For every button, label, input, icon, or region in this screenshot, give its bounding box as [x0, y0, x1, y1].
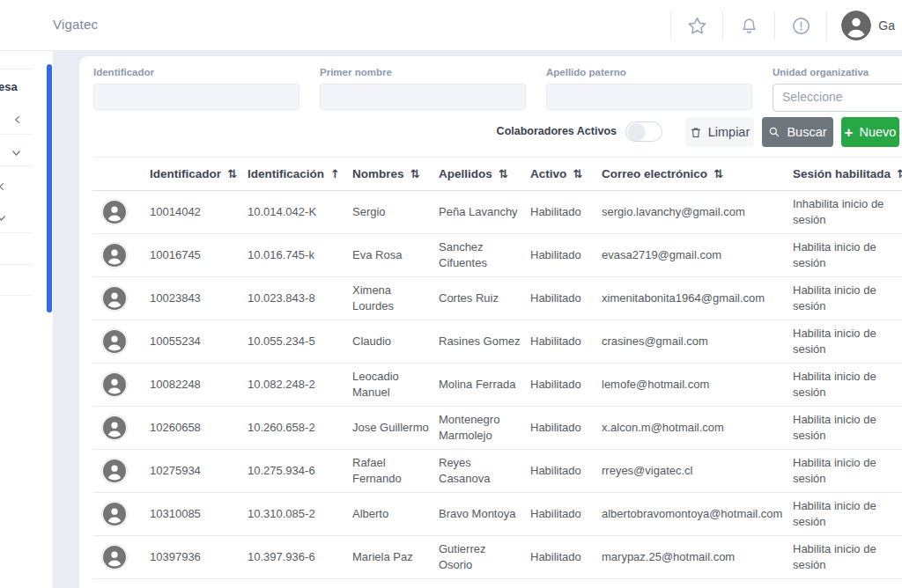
cell-activo: Habilitado [530, 450, 602, 493]
cell-activo: Habilitado [530, 320, 602, 364]
chevron-left-icon[interactable] [0, 180, 7, 195]
cell-correo: crasines@gmail.com [602, 320, 793, 364]
cell-sesion: Habilita inicio de sesión [793, 450, 902, 493]
column-header-activo[interactable]: Activo⇅ [530, 158, 602, 191]
cell-nombres: Sergio [352, 191, 439, 234]
clear-button[interactable]: Limpiar [685, 117, 754, 147]
active-collaborators-toggle[interactable] [625, 121, 662, 142]
avatar-cell [92, 364, 150, 407]
cell-nombres: Mariela Paz [352, 536, 439, 579]
cell-apellidos: Gutierrez Osorio [439, 536, 530, 579]
cell-apellidos: Montenegro Marmolejo [439, 407, 530, 450]
cell-sesion: Inhabilita inicio de sesión [793, 191, 902, 234]
cell-sesion: Habilita inicio de sesión [793, 364, 902, 407]
cell-activo: Habilitado [530, 407, 602, 450]
cell-correo: evasa2719@gmail.com [602, 234, 793, 277]
column-header-identificador[interactable]: Identificador⇅ [150, 158, 248, 191]
column-header-identificacion[interactable]: Identificación↑ [248, 158, 352, 191]
cell-apellidos: Sanchez Cifuentes [439, 234, 530, 277]
chevron-down-icon[interactable] [11, 146, 22, 162]
cell-correo: lemofe@hotmail.com [602, 364, 793, 407]
favorites-star-icon[interactable] [671, 0, 722, 51]
alert-circle-icon[interactable] [775, 0, 826, 51]
cell-identificacion: 10.023.843-8 [248, 277, 352, 320]
sidebar-item-label-partial[interactable]: esa [0, 80, 18, 93]
actions-row: Colaboradores Activos Limpiar Buscar [79, 117, 902, 147]
cell-apellidos: Cortes Ruiz [439, 277, 530, 320]
cell-identificador: 10260658 [150, 407, 248, 450]
cell-nombres: Alberto [352, 493, 439, 536]
trash-icon [690, 126, 702, 139]
cell-activo: Habilitado [530, 493, 602, 536]
user-name-partial: Ga [878, 18, 902, 33]
cell-identificador: 10016745 [150, 234, 248, 277]
cell-sesion: Habilita inicio de sesión [793, 320, 902, 364]
table-row[interactable]: 10260658 10.260.658-2 Jose Guillermo Mon… [92, 407, 902, 450]
cell-correo: marypaz.25@hotmail.com [602, 536, 793, 579]
cell-correo: x.alcon.m@hotmail.com [602, 407, 793, 450]
filter-first-name: Primer nombre [320, 67, 526, 110]
toggle-knob [628, 123, 645, 140]
identifier-input[interactable] [93, 84, 299, 110]
new-button-label: Nuevo [860, 125, 897, 139]
sidebar-divider [0, 69, 33, 70]
sort-both-icon: ⇅ [499, 167, 508, 180]
column-header-apellidos[interactable]: Apellidos⇅ [439, 158, 530, 191]
table-row[interactable]: 10016745 10.016.745-k Eva Rosa Sanchez C… [92, 234, 902, 277]
sort-asc-icon: ↑ [330, 167, 340, 180]
first-name-input[interactable] [320, 84, 526, 110]
app-window: Vigatec [0, 0, 902, 588]
notifications-bell-icon[interactable] [723, 0, 774, 51]
cell-identificacion: 10.055.234-5 [248, 320, 352, 364]
filter-label: Unidad organizativa [773, 67, 902, 77]
cell-activo: Habilitado [530, 277, 602, 320]
table-row[interactable]: 10055234 10.055.234-5 Claudio Rasines Go… [92, 320, 902, 364]
avatar-cell [92, 536, 150, 579]
new-button[interactable]: + Nuevo [841, 117, 899, 147]
column-header-nombres[interactable]: Nombres⇅ [352, 158, 439, 191]
cell-nombres: Rafael Fernando [352, 450, 439, 493]
cell-apellidos: Rasines Gomez [439, 320, 530, 364]
org-unit-select[interactable]: Seleccione [773, 84, 902, 112]
sidebar-divider [0, 232, 33, 233]
table-body: 10014042 10.014.042-K Sergio Peña Lavanc… [92, 191, 902, 579]
sidebar-divider [0, 264, 33, 265]
avatar-cell [92, 450, 150, 493]
cell-identificador: 10055234 [150, 320, 248, 364]
user-avatar-icon[interactable] [841, 11, 871, 40]
filter-org-unit: Unidad organizativa Seleccione [773, 67, 902, 112]
chevron-down-icon[interactable] [0, 211, 7, 227]
filter-identifier: Identificador [93, 67, 299, 110]
sort-both-icon: ⇅ [713, 167, 723, 180]
active-toggle-label: Colaboradores Activos [497, 125, 617, 137]
cell-apellidos: Bravo Montoya [439, 493, 530, 536]
table-row[interactable]: 10023843 10.023.843-8 Ximena Lourdes Cor… [92, 277, 902, 320]
search-button[interactable]: Buscar [762, 117, 833, 147]
user-avatar-icon [101, 328, 128, 355]
cell-identificacion: 10.082.248-2 [248, 364, 352, 407]
filter-label: Identificador [93, 67, 299, 77]
column-header-sesion[interactable]: Sesión habilitada⇅ [793, 158, 902, 191]
content-card: Identificador Primer nombre Apellido pat… [79, 56, 902, 588]
table-row[interactable]: 10275934 10.275.934-6 Rafael Fernando Re… [92, 450, 902, 493]
cell-sesion: Habilita inicio de sesión [793, 493, 902, 536]
user-avatar-icon [101, 285, 128, 312]
sort-both-icon: ⇅ [573, 167, 582, 180]
last-name-input[interactable] [546, 84, 752, 110]
cell-nombres: Claudio [352, 320, 439, 364]
column-header-correo[interactable]: Correo electrónico⇅ [602, 158, 793, 191]
chevron-left-icon[interactable] [12, 113, 23, 129]
cell-correo: sergio.lavanchy@gmail.com [602, 191, 793, 234]
cell-sesion: Habilita inicio de sesión [793, 407, 902, 450]
sidebar: esa [0, 51, 53, 588]
avatar-cell [92, 407, 150, 450]
brand-logo: Vigatec [53, 17, 98, 32]
table-row[interactable]: 10310085 10.310.085-2 Alberto Bravo Mont… [92, 493, 902, 536]
cell-identificador: 10397936 [150, 536, 248, 579]
table-row[interactable]: 10014042 10.014.042-K Sergio Peña Lavanc… [92, 191, 902, 234]
table-row[interactable]: 10082248 10.082.248-2 Leocadio Manuel Mo… [92, 364, 902, 407]
table-row[interactable]: 10397936 10.397.936-6 Mariela Paz Gutier… [92, 536, 902, 579]
cell-sesion: Habilita inicio de sesión [793, 536, 902, 579]
sidebar-scrollbar-thumb[interactable] [47, 64, 52, 312]
cell-nombres: Ximena Lourdes [352, 277, 439, 320]
